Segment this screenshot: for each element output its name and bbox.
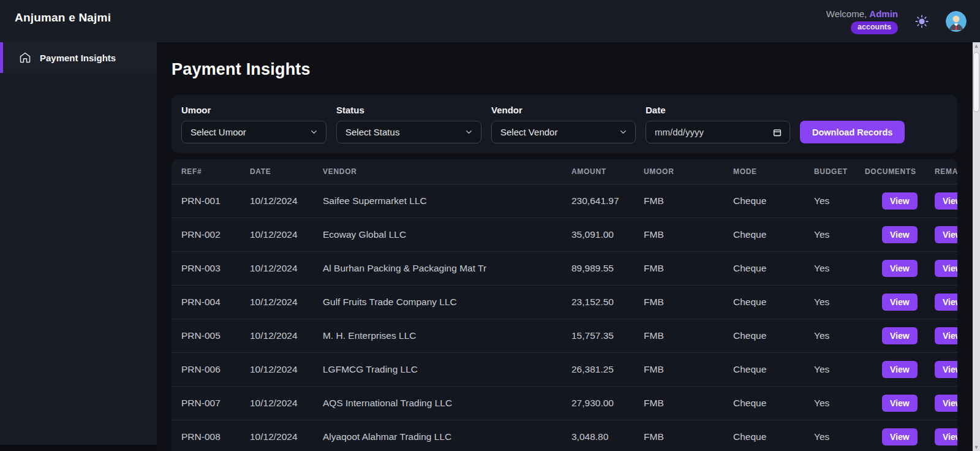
- cell-umoor: FMB: [634, 386, 723, 420]
- date-field: Date mm/dd/yyyy: [646, 105, 790, 143]
- cell-umoor: FMB: [634, 285, 723, 319]
- column-header-7: DOCUMENTS: [855, 159, 925, 184]
- cell-ref: PRN-001: [172, 184, 240, 218]
- view-documents-button[interactable]: View: [882, 327, 918, 344]
- cell-remarks: View: [925, 218, 957, 251]
- cell-ref: PRN-008: [172, 420, 240, 451]
- cell-amount: 15,757.35: [562, 319, 634, 352]
- cell-mode: Cheque: [723, 420, 804, 451]
- column-header-3: AMOUNT: [562, 159, 634, 184]
- view-documents-button[interactable]: View: [882, 428, 918, 445]
- table-row: PRN-008 10/12/2024 Alyaqoot Alahmar Trad…: [172, 420, 957, 451]
- cell-vendor: Alyaqoot Alahmar Trading LLC: [313, 420, 562, 451]
- user-avatar[interactable]: [946, 11, 967, 32]
- cell-remarks: View: [925, 184, 957, 218]
- sidebar-item-payment-insights[interactable]: Payment Insights: [0, 42, 157, 73]
- theme-toggle-button[interactable]: [914, 13, 930, 29]
- table-row: PRN-007 10/12/2024 AQS International Tra…: [172, 386, 957, 420]
- payments-table: REF#DATEVENDORAMOUNTUMOORMODEBUDGETDOCUM…: [172, 159, 957, 451]
- cell-mode: Cheque: [723, 251, 804, 285]
- status-select-value: Select Status: [345, 127, 399, 137]
- chevron-down-icon: [464, 127, 473, 137]
- vertical-scrollbar[interactable]: ▲ ▼: [973, 42, 980, 451]
- top-bar: Anjuman e Najmi Welcome, Admin accounts: [0, 0, 980, 42]
- cell-vendor: AQS International Trading LLC: [313, 386, 562, 420]
- column-header-5: MODE: [723, 159, 804, 184]
- filter-panel: Umoor Select Umoor Status Select Status …: [172, 95, 957, 153]
- cell-remarks: View: [925, 386, 957, 420]
- cell-remarks: View: [925, 352, 957, 386]
- cell-date: 10/12/2024: [240, 285, 313, 319]
- view-remarks-button[interactable]: View: [935, 294, 957, 311]
- cell-umoor: FMB: [634, 184, 723, 218]
- column-header-4: UMOOR: [634, 159, 723, 184]
- cell-date: 10/12/2024: [240, 251, 313, 285]
- view-remarks-button[interactable]: View: [935, 428, 957, 445]
- cell-umoor: FMB: [634, 251, 723, 285]
- cell-budget: Yes: [804, 352, 855, 386]
- table-header: REF#DATEVENDORAMOUNTUMOORMODEBUDGETDOCUM…: [172, 159, 957, 184]
- username: Admin: [869, 9, 898, 19]
- scrollbar-thumb[interactable]: [973, 52, 979, 112]
- view-remarks-button[interactable]: View: [935, 226, 957, 243]
- welcome-text: Welcome, Admin: [826, 9, 898, 19]
- cell-ref: PRN-004: [172, 285, 240, 319]
- cell-budget: Yes: [804, 420, 855, 451]
- view-documents-button[interactable]: View: [882, 294, 918, 311]
- view-remarks-button[interactable]: View: [935, 260, 957, 277]
- view-documents-button[interactable]: View: [882, 361, 918, 378]
- status-field: Status Select Status: [336, 105, 481, 143]
- column-header-0: REF#: [172, 159, 240, 184]
- role-badge: accounts: [851, 21, 898, 34]
- view-documents-button[interactable]: View: [882, 226, 918, 243]
- sidebar: Payment Insights: [0, 42, 157, 445]
- date-placeholder: mm/dd/yyyy: [655, 127, 704, 137]
- cell-vendor: Al Burhan Packing & Packaging Mat Tr: [313, 251, 562, 285]
- cell-remarks: View: [925, 319, 957, 352]
- view-documents-button[interactable]: View: [882, 192, 918, 210]
- scroll-down-arrow[interactable]: ▼: [973, 444, 980, 451]
- column-header-1: DATE: [240, 159, 313, 184]
- cell-mode: Cheque: [723, 352, 804, 386]
- cell-umoor: FMB: [634, 352, 723, 386]
- table-row: PRN-001 10/12/2024 Saifee Supermarket LL…: [172, 184, 957, 218]
- cell-umoor: FMB: [634, 319, 723, 352]
- cell-documents: View: [855, 319, 925, 352]
- date-input[interactable]: mm/dd/yyyy: [646, 121, 790, 143]
- vendor-select[interactable]: Select Vendor: [491, 121, 636, 143]
- cell-budget: Yes: [804, 386, 855, 420]
- scroll-up-arrow[interactable]: ▲: [973, 42, 980, 50]
- cell-amount: 35,091.00: [562, 218, 634, 251]
- umoor-field: Umoor Select Umoor: [181, 105, 326, 143]
- cell-umoor: FMB: [634, 218, 723, 251]
- top-bar-right: Welcome, Admin accounts: [826, 0, 980, 42]
- view-documents-button[interactable]: View: [882, 260, 918, 277]
- page-title: Payment Insights: [172, 59, 973, 79]
- view-documents-button[interactable]: View: [882, 395, 918, 412]
- cell-vendor: Ecoway Global LLC: [313, 218, 562, 251]
- cell-mode: Cheque: [723, 386, 804, 420]
- cell-documents: View: [855, 218, 925, 251]
- cell-documents: View: [855, 386, 925, 420]
- view-remarks-button[interactable]: View: [935, 361, 957, 378]
- download-records-button[interactable]: Download Records: [800, 121, 905, 143]
- welcome-prefix: Welcome,: [826, 9, 870, 19]
- umoor-select[interactable]: Select Umoor: [181, 121, 326, 143]
- table-header-row: REF#DATEVENDORAMOUNTUMOORMODEBUDGETDOCUM…: [172, 159, 957, 184]
- app-brand: Anjuman e Najmi: [15, 11, 111, 42]
- cell-mode: Cheque: [723, 285, 804, 319]
- cell-amount: 89,989.55: [562, 251, 634, 285]
- view-remarks-button[interactable]: View: [935, 395, 957, 412]
- cell-mode: Cheque: [723, 184, 804, 218]
- view-remarks-button[interactable]: View: [935, 192, 957, 210]
- umoor-select-value: Select Umoor: [190, 127, 246, 137]
- cell-ref: PRN-005: [172, 319, 240, 352]
- cell-ref: PRN-007: [172, 386, 240, 420]
- cell-date: 10/12/2024: [240, 218, 313, 251]
- table-row: PRN-002 10/12/2024 Ecoway Global LLC 35,…: [172, 218, 957, 251]
- cell-date: 10/12/2024: [240, 386, 313, 420]
- sidebar-item-label: Payment Insights: [40, 53, 116, 63]
- view-remarks-button[interactable]: View: [935, 327, 957, 344]
- cell-remarks: View: [925, 420, 957, 451]
- status-select[interactable]: Select Status: [336, 121, 481, 143]
